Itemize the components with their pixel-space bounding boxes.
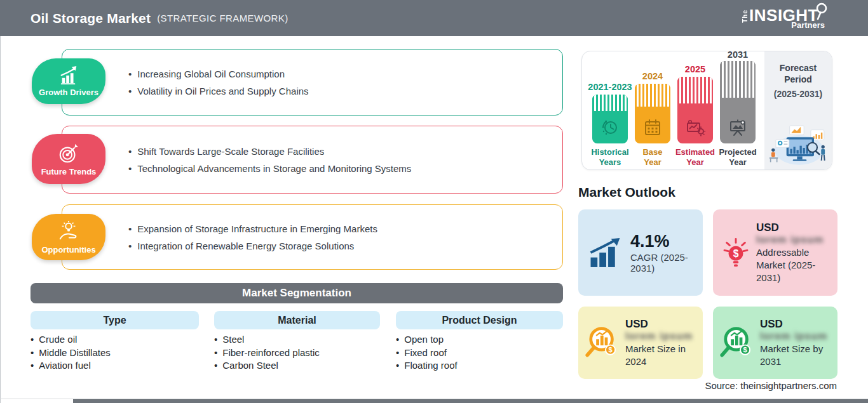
redacted-value: lorem ipsum — [625, 331, 693, 342]
calendar-icon — [642, 117, 663, 138]
addressable-market-text: USD lorem ipsum Addressable Market (2025… — [756, 221, 831, 284]
cagr-value: 4.1% — [630, 232, 703, 251]
segment-header-label: Product Design — [442, 315, 517, 326]
list-item: Crude oil — [31, 333, 111, 347]
history-clock-icon — [600, 117, 620, 138]
year-label: 2021-2023 — [581, 82, 639, 92]
redacted-value: lorem ipsum — [756, 234, 824, 246]
estimated-year-bar — [677, 77, 713, 143]
source-attribution: Source: theinsightpartners.com — [705, 380, 837, 391]
list-item: Fixed roof — [396, 347, 458, 360]
list-item: Aviation fuel — [31, 359, 111, 373]
infographic-page: Oil Storage Market (STRATEGIC FRAMEWORK)… — [0, 0, 868, 403]
bullet-item: Expansion of Storage Infrastructure in E… — [128, 223, 562, 234]
projected-year-bar — [720, 61, 756, 143]
segment-list-material: Steel Fiber-reinforced plastic Carbon St… — [214, 333, 320, 373]
estimate-analytics-icon — [685, 117, 705, 138]
opportunities-badge: Opportunities — [32, 214, 105, 260]
year-label: 2025 — [666, 64, 724, 74]
segment-header-label: Material — [278, 315, 316, 326]
currency-label: USD — [760, 318, 835, 331]
future-trends-badge: Future Trends — [32, 134, 105, 184]
opportunities-box: Expansion of Storage Infrastructure in E… — [62, 204, 563, 270]
magnifier-chart-icon-green: $ — [719, 325, 755, 360]
segment-list-product-design: Open top Fixed roof Floating roof — [396, 333, 458, 373]
list-item: Carbon Steel — [214, 359, 320, 373]
logo-the-text: The — [742, 10, 749, 23]
svg-text:$: $ — [733, 248, 739, 259]
bar-stripes — [720, 61, 756, 98]
projection-screen-icon — [728, 117, 748, 138]
magnifier-icon — [814, 3, 828, 20]
card-label: Addressable Market (2025-2031) — [756, 246, 831, 284]
logo-insight-text: INSIGHT — [749, 7, 818, 23]
svg-text:$: $ — [608, 346, 613, 353]
cagr-text: 4.1% CAGR (2025-2031) — [630, 232, 703, 274]
growth-chart-icon — [57, 65, 81, 86]
svg-text:$: $ — [743, 346, 747, 353]
bulb-hand-icon — [57, 220, 81, 243]
growth-drivers-badge: Growth Drivers — [32, 58, 105, 104]
bar-stripes — [592, 95, 628, 111]
header-bar: Oil Storage Market (STRATEGIC FRAMEWORK)… — [0, 0, 868, 36]
target-icon — [57, 142, 81, 165]
currency-label: USD — [625, 318, 700, 331]
market-size-2024-text: USD lorem ipsum Market Size in 2024 — [625, 318, 700, 368]
logo-main: INSIGHT Partners — [749, 7, 832, 30]
bullet-item: Technological Advancements in Storage an… — [128, 163, 562, 174]
redacted-value: lorem ipsum — [760, 331, 827, 342]
future-trends-list: Shift Towards Large-Scale Storage Facili… — [62, 126, 562, 193]
list-item: Open top — [396, 333, 458, 347]
bullet-item: Volatility in Oil Prices and Supply Chai… — [128, 86, 562, 96]
list-item: Steel — [214, 333, 320, 347]
list-item: Fiber-reinforced plastic — [214, 347, 320, 360]
future-trends-box: Shift Towards Large-Scale Storage Facili… — [62, 126, 563, 194]
bullet-item: Integration of Renewable Energy Storage … — [128, 241, 562, 251]
market-size-2031-card: $ USD lorem ipsum Market Size by 2031 — [713, 307, 837, 379]
card-label: Market Size in 2024 — [625, 343, 700, 368]
caption-line: Year — [713, 157, 763, 168]
list-item: Middle Distillates — [31, 347, 111, 360]
segment-header-type: Type — [31, 311, 199, 329]
addressable-market-card: $ USD lorem ipsum Addressable Market (20… — [713, 209, 837, 296]
bar-stripes — [635, 84, 670, 107]
segment-header-product-design: Product Design — [396, 311, 563, 329]
bullet-item: Shift Towards Large-Scale Storage Facili… — [128, 146, 562, 157]
forecast-range: (2025-2031) — [764, 89, 832, 99]
market-outlook-title: Market Outlook — [578, 185, 675, 200]
page-title: Oil Storage Market — [31, 11, 151, 26]
forecast-line: Period — [764, 74, 832, 85]
growth-drivers-list: Increasing Global Oil Consumption Volati… — [62, 50, 562, 115]
analysts-illustration — [766, 122, 830, 167]
market-size-2031-text: USD lorem ipsum Market Size by 2031 — [760, 318, 835, 368]
badge-label: Growth Drivers — [39, 88, 98, 97]
cagr-label: CAGR (2025-2031) — [630, 252, 703, 274]
segmentation-title-bar: Market Segmentation — [31, 283, 563, 303]
market-size-2024-card: $ USD lorem ipsum Market Size in 2024 — [578, 307, 703, 379]
list-item: Floating roof — [396, 359, 458, 373]
insight-partners-logo: The INSIGHT Partners — [742, 7, 832, 30]
segment-header-label: Type — [103, 315, 126, 326]
bar-caption: Projected Year — [713, 147, 763, 168]
historical-years-bar — [592, 95, 628, 143]
segment-header-material: Material — [214, 311, 380, 329]
opportunities-list: Expansion of Storage Infrastructure in E… — [62, 205, 562, 269]
segmentation-title: Market Segmentation — [242, 287, 351, 300]
bar-stripes — [677, 77, 713, 103]
bottom-bar — [73, 399, 868, 403]
caption-line: Projected — [713, 147, 763, 157]
segment-list-type: Crude oil Middle Distillates Aviation fu… — [31, 333, 111, 373]
base-year-bar — [635, 84, 670, 143]
forecast-line: Forecast — [764, 62, 832, 74]
forecast-period-panel: Forecast Period (2025-2031) — [764, 51, 832, 169]
magnifier-chart-icon-orange: $ — [585, 325, 620, 360]
badge-label: Future Trends — [41, 167, 97, 176]
page-subtitle: (STRATEGIC FRAMEWORK) — [157, 13, 288, 23]
badge-label: Opportunities — [41, 245, 95, 254]
currency-label: USD — [756, 221, 831, 234]
growth-drivers-box: Increasing Global Oil Consumption Volati… — [62, 49, 563, 116]
timeline-panel: 2021-2023 2024 2025 2031 — [581, 51, 832, 170]
year-label: 2031 — [709, 50, 767, 60]
cagr-growth-icon — [590, 238, 623, 267]
logo-row: INSIGHT — [749, 7, 832, 25]
